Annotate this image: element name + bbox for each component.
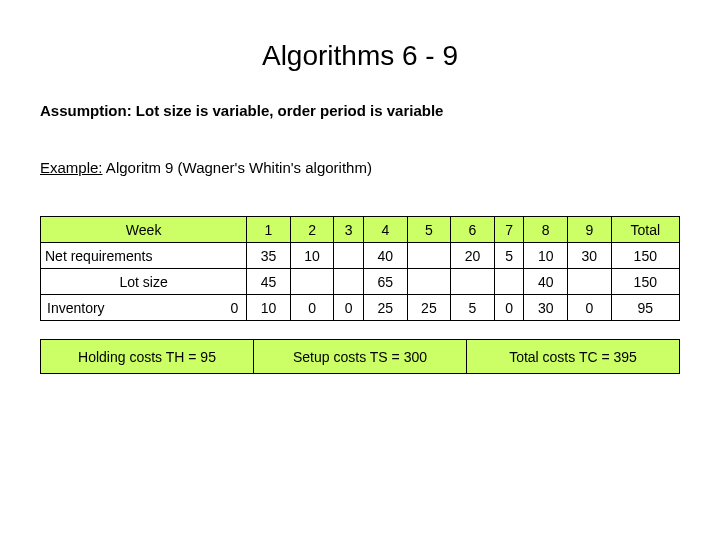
example-body: Algoritm 9 (Wagner's Whitin's algorithm) [103,159,372,176]
header-total: Total [611,217,679,243]
cell: 0 [290,295,334,321]
header-col: 3 [334,217,364,243]
header-week: Week [41,217,247,243]
cell: 0 [334,295,364,321]
slide: Algorithms 6 - 9 Assumption: Lot size is… [0,0,720,540]
cell: 10 [290,243,334,269]
mrp-table: Week 1 2 3 4 5 6 7 8 9 Total Net require… [40,216,680,321]
cell [290,269,334,295]
cell: 30 [568,243,612,269]
header-col: 8 [524,217,568,243]
assumption-text: Assumption: Lot size is variable, order … [40,102,680,119]
cell [407,269,451,295]
cell: 40 [524,269,568,295]
header-col: 7 [494,217,524,243]
cell: 10 [524,243,568,269]
cell: 0 [494,295,524,321]
setup-cost: Setup costs TS = 300 [254,340,467,374]
header-col: 6 [451,217,495,243]
row-label: Lot size [41,269,247,295]
holding-cost: Holding costs TH = 95 [41,340,254,374]
cell-total: 150 [611,269,679,295]
cell: 25 [364,295,408,321]
cell: 25 [407,295,451,321]
header-col: 2 [290,217,334,243]
cell [334,243,364,269]
example-text: Example: Algoritm 9 (Wagner's Whitin's a… [40,159,680,176]
cell [451,269,495,295]
header-col: 9 [568,217,612,243]
cell: 0 [568,295,612,321]
cell: 65 [364,269,408,295]
cell: 10 [247,295,291,321]
cell-total: 95 [611,295,679,321]
cell: 20 [451,243,495,269]
cell: 5 [451,295,495,321]
row-inventory: Inventory 0 10 0 0 25 25 5 0 30 0 95 [41,295,680,321]
costs-summary: Holding costs TH = 95 Setup costs TS = 3… [40,339,680,374]
slide-title: Algorithms 6 - 9 [40,40,680,72]
cell [494,269,524,295]
cell: 40 [364,243,408,269]
cell: 5 [494,243,524,269]
total-cost: Total costs TC = 395 [467,340,680,374]
header-col: 4 [364,217,408,243]
row-label: Net requirements [41,243,247,269]
cell [568,269,612,295]
example-label: Example: [40,159,103,176]
header-col: 1 [247,217,291,243]
header-col: 5 [407,217,451,243]
table-header-row: Week 1 2 3 4 5 6 7 8 9 Total [41,217,680,243]
cell [407,243,451,269]
cell: 45 [247,269,291,295]
row-net-requirements: Net requirements 35 10 40 20 5 10 30 150 [41,243,680,269]
row-label-inventory: Inventory 0 [41,295,247,321]
cell: 35 [247,243,291,269]
cell: 30 [524,295,568,321]
row-lot-size: Lot size 45 65 40 150 [41,269,680,295]
cell [334,269,364,295]
inventory-initial: 0 [212,300,242,316]
inventory-label: Inventory [45,300,212,316]
cell-total: 150 [611,243,679,269]
